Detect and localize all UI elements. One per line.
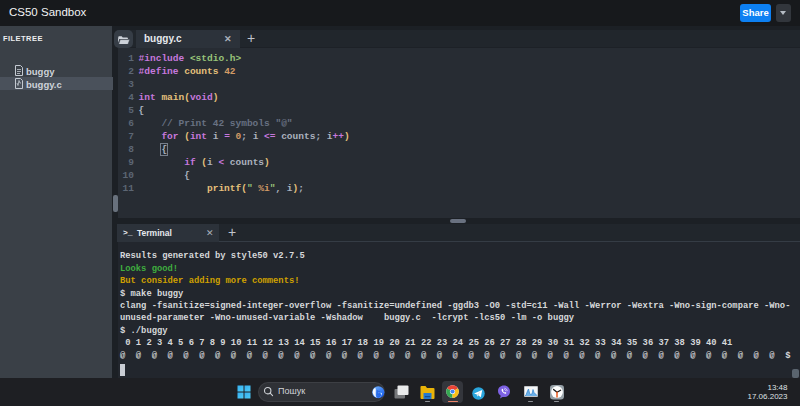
svg-text:b: b [377,389,381,396]
